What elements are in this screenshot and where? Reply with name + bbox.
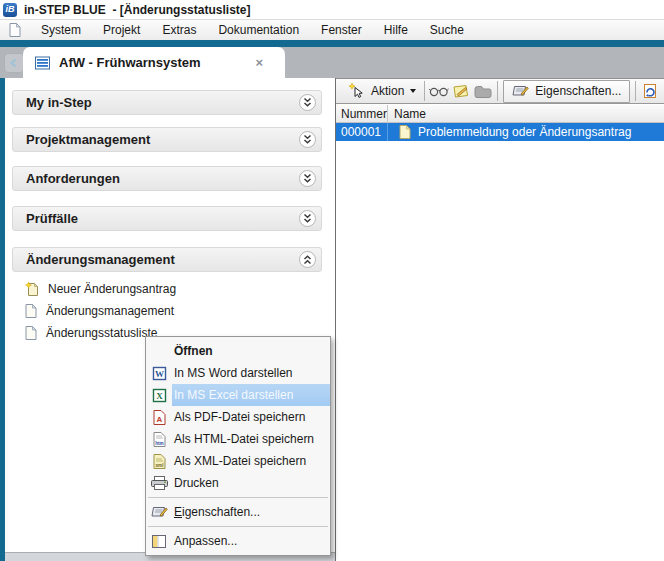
section-label: Änderungsmanagement	[26, 252, 299, 267]
pdf-icon: A	[146, 410, 172, 425]
context-menu-item-anpassen[interactable]: Anpassen...	[146, 530, 330, 552]
sidebar-item-label: Neuer Änderungsantrag	[48, 282, 176, 296]
chevron-double-up-icon[interactable]	[299, 251, 316, 268]
tab-label: AfW - Frühwarnsystem	[59, 55, 201, 70]
sidebar-section-projektmanagement[interactable]: Projektmanagement	[12, 127, 322, 152]
menu-extras[interactable]: Extras	[151, 21, 207, 39]
menu-hilfe[interactable]: Hilfe	[373, 21, 419, 39]
menu-fenster[interactable]: Fenster	[310, 21, 373, 39]
svg-text:xml: xml	[155, 462, 163, 467]
menu-dokumentation[interactable]: Dokumentation	[207, 21, 310, 39]
menu-item-label: Als HTML-Datei speichern	[174, 432, 314, 446]
menu-separator	[148, 497, 328, 498]
aktion-label: Aktion	[371, 84, 404, 98]
menu-separator	[148, 526, 328, 527]
sidebar-section-pruefaelle[interactable]: Prüffälle	[12, 206, 322, 231]
refresh-page-icon[interactable]	[639, 80, 661, 102]
xml-icon: xml	[146, 454, 172, 469]
svg-text:X: X	[156, 391, 163, 401]
glasses-icon[interactable]	[428, 80, 450, 102]
folder-icon[interactable]	[472, 80, 494, 102]
customize-icon	[146, 535, 172, 548]
tab-close-icon[interactable]: ×	[255, 56, 263, 69]
column-header-name[interactable]: Name	[388, 105, 664, 122]
menu-item-accel: E	[174, 505, 182, 519]
table-row[interactable]: 000001 Problemmeldung oder Änderungsantr…	[336, 123, 664, 141]
accent-band	[0, 40, 664, 47]
window-title: in-STEP BLUE - [Änderungsstatusliste]	[24, 3, 250, 17]
chevron-down-icon	[410, 89, 416, 93]
svg-text:A: A	[156, 414, 162, 423]
action-cursor-icon	[345, 80, 367, 102]
word-icon: W	[146, 366, 172, 381]
excel-icon: X	[146, 388, 172, 403]
sidebar-item-neuer-aenderungsantrag[interactable]: Neuer Änderungsantrag	[25, 279, 176, 299]
sidebar-section-aenderungsmanagement[interactable]: Änderungsmanagement	[12, 247, 322, 272]
sidebar-item-aenderungsmanagement[interactable]: Änderungsmanagement	[25, 301, 174, 321]
table-header: Nummer Name	[336, 105, 664, 123]
eigenschaften-button[interactable]: Eigenschaften...	[503, 80, 630, 103]
app-icon: iB	[3, 3, 17, 17]
toolbar-separator	[497, 81, 498, 101]
column-header-nummer[interactable]: Nummer	[336, 105, 388, 122]
sidebar-section-anforderungen[interactable]: Anforderungen	[12, 166, 322, 191]
context-menu-item-xml[interactable]: xml Als XML-Datei speichern	[146, 450, 330, 472]
chevron-double-down-icon[interactable]	[299, 210, 316, 227]
context-menu-item-oeffnen[interactable]: Öffnen	[146, 340, 330, 362]
back-button[interactable]	[4, 53, 24, 73]
section-label: Anforderungen	[26, 171, 299, 186]
context-menu-item-html[interactable]: htm Als HTML-Datei speichern	[146, 428, 330, 450]
list-form-icon	[35, 56, 50, 70]
svg-text:W: W	[155, 369, 164, 379]
menu-projekt[interactable]: Projekt	[92, 21, 151, 39]
accent-rail	[0, 78, 5, 561]
menu-item-label: Als PDF-Datei speichern	[174, 410, 305, 424]
menu-item-label: Anpassen...	[174, 534, 237, 548]
tab-strip: AfW - Frühwarnsystem ×	[0, 47, 664, 78]
menu-item-label: Als XML-Datei speichern	[174, 454, 306, 468]
menu-item-label: igenschaften...	[182, 505, 260, 519]
context-menu-item-pdf[interactable]: A Als PDF-Datei speichern	[146, 406, 330, 428]
properties-icon	[146, 506, 172, 519]
document-icon	[25, 304, 37, 318]
document-icon	[399, 125, 411, 139]
context-menu-item-ms-excel[interactable]: X In MS Excel darstellen	[146, 384, 330, 406]
menu-item-label: Öffnen	[174, 344, 213, 358]
chevron-left-icon	[9, 58, 19, 68]
chevron-double-down-icon[interactable]	[299, 131, 316, 148]
properties-icon	[512, 85, 529, 98]
cell-nummer: 000001	[336, 123, 388, 141]
cell-name: Problemmeldung oder Änderungsantrag	[388, 123, 664, 141]
sidebar-item-aenderungsstatusliste[interactable]: Änderungsstatusliste	[25, 323, 157, 343]
document-icon	[25, 326, 37, 340]
menu-system[interactable]: System	[30, 21, 92, 39]
edit-note-icon[interactable]	[450, 80, 472, 102]
sidebar-item-label: Änderungsmanagement	[46, 304, 174, 318]
section-label: My in-Step	[26, 95, 299, 110]
menu-item-label: In MS Excel darstellen	[174, 388, 293, 402]
context-menu-item-ms-word[interactable]: W In MS Word darstellen	[146, 362, 330, 384]
chevron-double-down-icon[interactable]	[299, 170, 316, 187]
title-bar: iB in-STEP BLUE - [Änderungsstatusliste]	[0, 0, 664, 20]
html-icon: htm	[146, 432, 172, 447]
document-list-panel: Aktion Eigenschaften...	[336, 78, 664, 561]
section-label: Projektmanagement	[26, 132, 299, 147]
app-window: iB in-STEP BLUE - [Änderungsstatusliste]…	[0, 0, 664, 561]
tab-afw-fruehwarnsystem[interactable]: AfW - Frühwarnsystem ×	[23, 47, 285, 78]
sidebar-section-my-in-step[interactable]: My in-Step	[12, 90, 322, 115]
printer-icon	[146, 476, 172, 490]
section-label: Prüffälle	[26, 211, 299, 226]
aktion-button[interactable]: Aktion	[340, 80, 421, 102]
menu-item-label: In MS Word darstellen	[174, 366, 293, 380]
new-document-icon	[25, 282, 39, 297]
sidebar-item-label: Änderungsstatusliste	[46, 326, 157, 340]
window-menu-icon[interactable]	[6, 23, 24, 37]
context-menu: Öffnen W In MS Word darstellen X In MS E…	[145, 336, 331, 556]
eigenschaften-label: Eigenschaften...	[535, 84, 621, 98]
menu-bar: System Projekt Extras Dokumentation Fens…	[0, 20, 664, 40]
toolbar-separator	[635, 81, 636, 101]
chevron-double-down-icon[interactable]	[299, 94, 316, 111]
menu-suche[interactable]: Suche	[419, 21, 475, 39]
context-menu-item-eigenschaften[interactable]: Eigenschaften...	[146, 501, 330, 523]
context-menu-item-drucken[interactable]: Drucken	[146, 472, 330, 494]
